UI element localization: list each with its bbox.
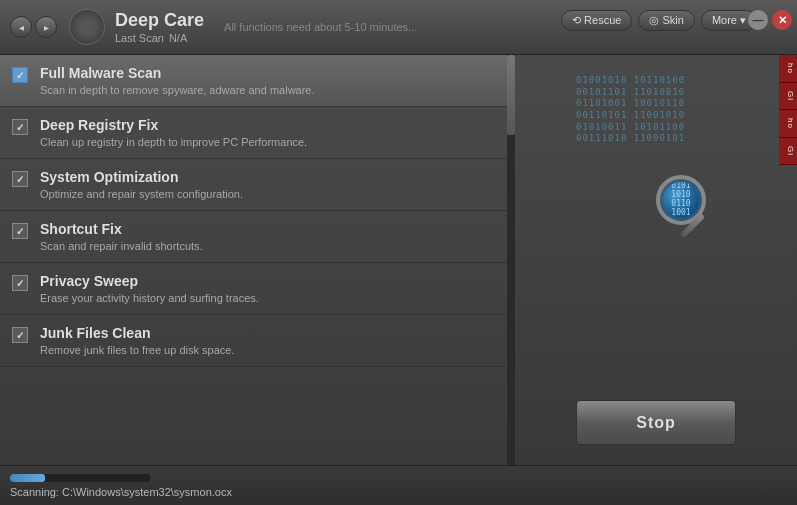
check-full-malware: ✓ bbox=[12, 67, 28, 83]
main-content: ✓ Full Malware Scan Scan in depth to rem… bbox=[0, 55, 797, 465]
back-button[interactable]: ◂ bbox=[10, 16, 32, 38]
magnifier-icon: 0101 1010 0110 1001 bbox=[656, 175, 726, 245]
scan-item-title-system-opt: System Optimization bbox=[40, 169, 500, 185]
check-shortcut-fix: ✓ bbox=[12, 223, 28, 239]
scan-item-desc-junk-files: Remove junk files to free up disk space. bbox=[40, 344, 500, 356]
side-tab-label-4: Gl bbox=[786, 146, 795, 156]
minimize-button[interactable]: — bbox=[748, 10, 768, 30]
check-deep-registry: ✓ bbox=[12, 119, 28, 135]
side-tab-4[interactable]: Gl bbox=[779, 138, 797, 165]
check-mark-6: ✓ bbox=[16, 330, 24, 341]
check-mark-5: ✓ bbox=[16, 278, 24, 289]
scan-list-panel: ✓ Full Malware Scan Scan in depth to rem… bbox=[0, 55, 515, 465]
scroll-track[interactable] bbox=[507, 55, 515, 465]
scan-item-desc-system-opt: Optimize and repair system configuration… bbox=[40, 188, 500, 200]
scan-item-privacy-sweep[interactable]: ✓ Privacy Sweep Erase your activity hist… bbox=[0, 263, 515, 315]
progress-bar-container bbox=[10, 474, 150, 482]
stop-button[interactable]: Stop bbox=[576, 400, 736, 445]
side-tab-label-3: ho bbox=[786, 118, 795, 129]
scan-item-desc-full-malware: Scan in depth to remove spyware, adware … bbox=[40, 84, 500, 96]
check-system-opt: ✓ bbox=[12, 171, 28, 187]
scan-item-title-shortcut-fix: Shortcut Fix bbox=[40, 221, 500, 237]
window-controls: — ✕ bbox=[748, 10, 792, 30]
app-title: Deep Care bbox=[115, 10, 204, 32]
side-tab-label-1: ho bbox=[786, 63, 795, 74]
scan-item-desc-shortcut-fix: Scan and repair invalid shortcuts. bbox=[40, 240, 500, 252]
last-scan-value: N/A bbox=[169, 32, 187, 44]
scan-item-shortcut-fix[interactable]: ✓ Shortcut Fix Scan and repair invalid s… bbox=[0, 211, 515, 263]
scan-item-title-junk-files: Junk Files Clean bbox=[40, 325, 500, 341]
scan-item-title-full-malware: Full Malware Scan bbox=[40, 65, 500, 81]
close-button[interactable]: ✕ bbox=[772, 10, 792, 30]
side-tab-2[interactable]: Gl bbox=[779, 83, 797, 110]
right-panel: 01001010 10110100 00101101 11010010 0110… bbox=[515, 55, 797, 465]
nav-buttons: ◂ ▸ bbox=[10, 16, 57, 38]
scan-visual: 01001010 10110100 00101101 11010010 0110… bbox=[576, 75, 736, 255]
check-privacy-sweep: ✓ bbox=[12, 275, 28, 291]
app-icon bbox=[69, 9, 105, 45]
forward-button[interactable]: ▸ bbox=[35, 16, 57, 38]
title-bar: ◂ ▸ Deep Care Last Scan N/A All function… bbox=[0, 0, 797, 55]
check-mark-4: ✓ bbox=[16, 226, 24, 237]
progress-bar-fill bbox=[10, 474, 45, 482]
skin-button[interactable]: ◎ Skin bbox=[638, 10, 694, 31]
check-mark: ✓ bbox=[16, 70, 24, 81]
right-side-tabs: ho Gl ho Gl bbox=[779, 55, 797, 165]
scan-item-system-opt[interactable]: ✓ System Optimization Optimize and repai… bbox=[0, 159, 515, 211]
scan-item-title-deep-registry: Deep Registry Fix bbox=[40, 117, 500, 133]
scan-item-desc-privacy-sweep: Erase your activity history and surfing … bbox=[40, 292, 500, 304]
magnifier-glass-inner: 0101 1010 0110 1001 bbox=[663, 182, 699, 218]
check-mark-2: ✓ bbox=[16, 122, 24, 133]
last-scan-label: Last Scan bbox=[115, 32, 164, 44]
scan-item-full-malware[interactable]: ✓ Full Malware Scan Scan in depth to rem… bbox=[0, 55, 515, 107]
scan-item-junk-files[interactable]: ✓ Junk Files Clean Remove junk files to … bbox=[0, 315, 515, 367]
last-scan-row: Last Scan N/A bbox=[115, 32, 204, 44]
title-right-controls: ⟲ Rescue ◎ Skin More ▾ bbox=[561, 10, 757, 31]
side-tab-3[interactable]: ho bbox=[779, 110, 797, 138]
title-text: Deep Care Last Scan N/A bbox=[115, 10, 204, 44]
scan-item-desc-deep-registry: Clean up registry in depth to improve PC… bbox=[40, 136, 500, 148]
scan-item-title-privacy-sweep: Privacy Sweep bbox=[40, 273, 500, 289]
check-junk-files: ✓ bbox=[12, 327, 28, 343]
scan-item-deep-registry[interactable]: ✓ Deep Registry Fix Clean up registry in… bbox=[0, 107, 515, 159]
status-text: Scanning: C:\Windows\system32\sysmon.ocx bbox=[10, 486, 787, 498]
side-tab-label-2: Gl bbox=[786, 91, 795, 101]
side-tab-1[interactable]: ho bbox=[779, 55, 797, 83]
scroll-thumb[interactable] bbox=[507, 55, 515, 135]
check-mark-3: ✓ bbox=[16, 174, 24, 185]
scan-info-text: All functions need about 5-10 minutes... bbox=[224, 21, 417, 33]
rescue-button[interactable]: ⟲ Rescue bbox=[561, 10, 632, 31]
status-bar: Scanning: C:\Windows\system32\sysmon.ocx bbox=[0, 465, 797, 505]
